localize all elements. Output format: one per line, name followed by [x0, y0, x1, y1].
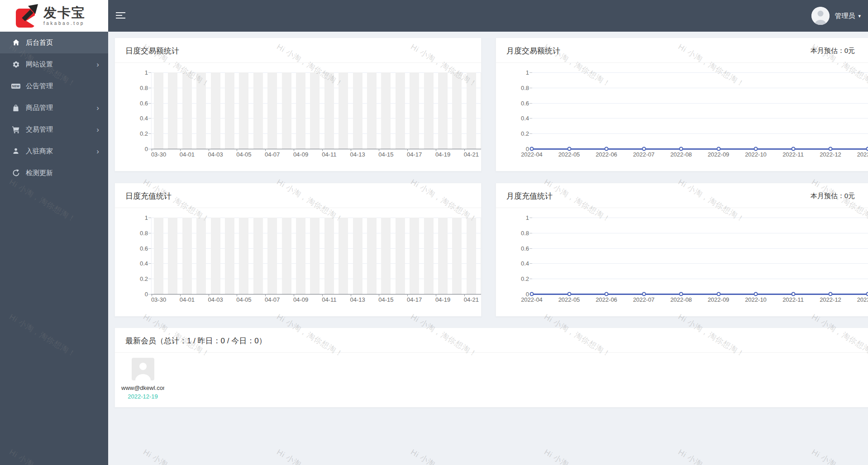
bar-background — [239, 72, 248, 149]
x-axis-tick-label: 2022-06 — [596, 296, 617, 303]
gridline — [532, 218, 868, 218]
x-axis-tick — [209, 149, 209, 151]
member-register-date: 2022-12-19 — [121, 393, 164, 400]
line-marker — [866, 292, 868, 296]
member-avatar — [132, 358, 154, 380]
y-axis-tick-label: 0 — [121, 146, 148, 152]
sidebar-item-5-merchant[interactable]: 入驻商家› — [0, 140, 108, 162]
member-card: www@dkewl.com2022-12-19 — [121, 358, 164, 400]
bar-background — [481, 218, 481, 294]
sidebar-item-0-home[interactable]: 后台首页 — [0, 32, 108, 53]
bar-background — [168, 218, 177, 294]
sidebar-item-2-announcement[interactable]: NEW公告管理 — [0, 75, 108, 97]
user-menu[interactable]: 管理员 ▾ — [811, 0, 861, 32]
x-axis-tick-label: 2022-12 — [820, 151, 841, 158]
bar-background — [154, 72, 163, 149]
brand-domain: fakabao.top — [43, 21, 86, 26]
line-marker — [530, 292, 534, 296]
bar-background — [353, 218, 362, 294]
x-axis-tick-label: 2022-07 — [633, 296, 655, 303]
x-axis-tick-label: 04-07 — [265, 296, 280, 303]
x-axis-tick — [294, 149, 294, 151]
panel-monthly-recharge: 月度充值统计 本月预估：0元 00.20.40.60.812022-042022… — [496, 183, 868, 317]
y-axis-tick — [529, 263, 532, 264]
line-marker — [716, 147, 720, 151]
bar-background — [424, 72, 434, 149]
x-axis-tick-label: 2022-06 — [596, 151, 617, 158]
x-axis-tick — [237, 294, 237, 296]
home-icon — [12, 39, 20, 46]
x-axis-tick-label: 04-03 — [208, 151, 223, 158]
x-axis-tick-label: 2022-08 — [670, 296, 692, 303]
y-axis-tick-label: 0.6 — [121, 245, 148, 251]
brand-logo-icon — [15, 3, 39, 28]
x-axis-tick — [407, 294, 408, 296]
x-axis-tick-label: 2022-11 — [782, 151, 804, 158]
menu-toggle-icon[interactable] — [116, 12, 125, 20]
y-axis-tick-label: 0.4 — [502, 115, 529, 122]
y-axis-tick — [529, 279, 532, 279]
bar-background — [339, 218, 348, 294]
sidebar-item-6-update[interactable]: 检测更新 — [0, 162, 108, 184]
sidebar: 发卡宝 fakabao.top 后台首页网站设置›NEW公告管理商品管理›交易管… — [0, 0, 108, 465]
x-axis-tick-label: 2022-05 — [558, 151, 580, 158]
x-axis-tick-label: 04-03 — [208, 296, 223, 303]
bar-background — [211, 72, 220, 149]
gridline — [532, 248, 868, 249]
bar-background — [211, 218, 220, 294]
y-axis-tick-label: 1 — [502, 214, 529, 221]
x-axis-tick — [265, 149, 266, 151]
y-axis-tick-label: 0.2 — [121, 130, 148, 137]
sidebar-item-label: 交易管理 — [26, 125, 96, 134]
brand-logo[interactable]: 发卡宝 fakabao.top — [0, 0, 108, 32]
sidebar-item-label: 公告管理 — [26, 82, 108, 90]
bar-background — [225, 218, 234, 294]
bar-background — [396, 72, 405, 149]
y-axis-tick-label: 0.4 — [121, 260, 148, 267]
x-axis-tick-label: 04-17 — [407, 296, 422, 303]
gridline — [532, 133, 868, 134]
gridline — [532, 279, 868, 279]
line-marker — [642, 292, 646, 296]
bar-background — [353, 72, 362, 149]
line-marker — [679, 147, 683, 151]
bar-background — [154, 218, 163, 294]
user-avatar — [811, 7, 830, 25]
line-marker — [829, 292, 833, 296]
line-marker — [567, 292, 571, 296]
panel-daily-trade: 日度交易额统计 00.20.40.60.8103-3004-0104-0304-… — [114, 38, 482, 171]
bar-background — [282, 72, 291, 149]
bar-background — [310, 72, 320, 149]
line-marker — [642, 147, 646, 151]
line-marker — [530, 147, 534, 151]
person-icon — [811, 7, 830, 25]
y-axis-tick — [529, 88, 532, 88]
gear-icon — [12, 61, 20, 68]
y-axis-line — [151, 218, 152, 294]
sidebar-item-label: 检测更新 — [26, 169, 108, 177]
bar-background — [296, 72, 305, 149]
y-axis-tick-label: 0.2 — [121, 275, 148, 282]
sidebar-item-label: 网站设置 — [26, 60, 96, 69]
x-axis-tick-label: 04-19 — [435, 296, 450, 303]
x-axis-tick-label: 04-05 — [236, 296, 251, 303]
y-axis-tick-label: 0 — [121, 291, 148, 298]
daily-trade-chart: 00.20.40.60.8103-3004-0104-0304-0504-070… — [115, 38, 481, 171]
x-axis-tick — [351, 149, 351, 151]
y-axis-tick-label: 0.8 — [121, 229, 148, 236]
x-axis-tick-label: 2023-01 — [857, 151, 868, 158]
x-axis-tick-label: 04-13 — [350, 296, 365, 303]
update-icon — [12, 169, 20, 177]
brand-text: 发卡宝 fakabao.top — [43, 6, 86, 26]
y-axis-tick — [529, 118, 532, 119]
x-axis-tick — [464, 149, 465, 151]
x-axis-tick-label: 2023-01 — [857, 296, 868, 303]
sidebar-item-3-goods[interactable]: 商品管理› — [0, 97, 108, 119]
x-axis-tick — [351, 294, 351, 296]
sidebar-item-4-cart[interactable]: 交易管理› — [0, 119, 108, 140]
main-content: 日度交易额统计 00.20.40.60.8103-3004-0104-0304-… — [108, 32, 868, 465]
y-axis-tick — [529, 218, 532, 218]
x-axis-tick-label: 04-05 — [236, 151, 251, 158]
sidebar-item-1-gear[interactable]: 网站设置› — [0, 53, 108, 75]
line-marker — [567, 147, 571, 151]
